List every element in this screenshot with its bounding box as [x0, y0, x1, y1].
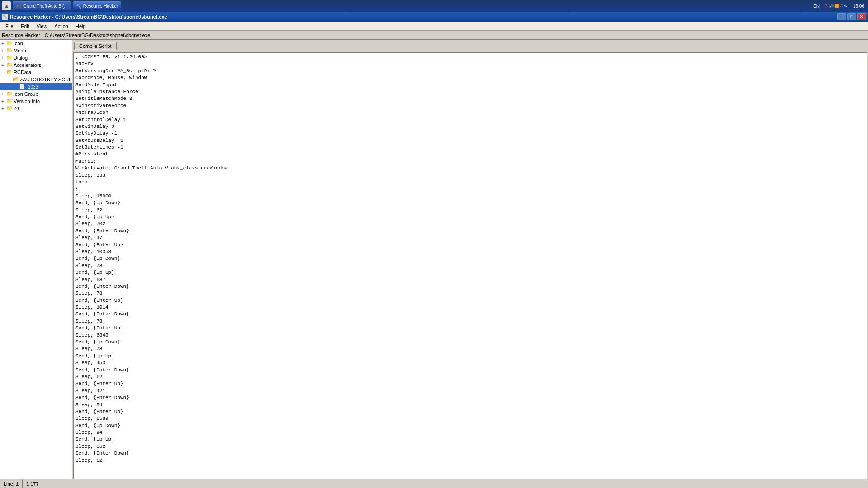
tree-item-1033[interactable]: 📄 1033: [0, 83, 72, 90]
menu-help[interactable]: Help: [72, 23, 90, 30]
toggle-24: +: [0, 106, 5, 111]
folder-rcdata-icon: 📂: [6, 69, 13, 75]
tree-item-versioninfo[interactable]: + 📁 Version Info: [0, 98, 72, 105]
start-button[interactable]: ⊞: [2, 1, 11, 10]
tree-item-icon[interactable]: + 📁 Icon: [0, 40, 72, 47]
tree-label-icongroup: Icon Group: [14, 91, 38, 97]
toggle-rcdata: -: [0, 70, 5, 75]
clock: 13:06: [851, 4, 866, 9]
folder-versioninfo-icon: 📁: [6, 98, 13, 104]
reshacker-label: Resource Hacker: [83, 4, 118, 9]
tree-item-menu[interactable]: + 📁 Menu: [0, 47, 72, 54]
toggle-icongroup: +: [0, 91, 5, 97]
tree-item-dialog[interactable]: + 📁 Dialog: [0, 54, 72, 61]
toggle-accelerators: +: [0, 62, 5, 68]
status-line: Line: 1: [0, 479, 23, 488]
tree-label-ahk: >AUTOHOTKEY SCRIPT<: [20, 77, 72, 82]
folder-accel-icon: 📁: [6, 62, 13, 68]
maximize-button[interactable]: □: [847, 13, 856, 20]
right-panel: Compile Script ; <COMPILER: v1.1.24.00> …: [72, 40, 868, 479]
taskbar-btn-reshacker[interactable]: 🔧 Resource Hacker: [73, 1, 121, 10]
main-area: + 📁 Icon + 📁 Menu + 📁 Dialog + 📁 Acceler…: [0, 40, 868, 479]
tray-icons: ❓ 🔊 📶 🛡 ⚙: [823, 4, 848, 8]
tree-item-icongroup[interactable]: + 📁 Icon Group: [0, 90, 72, 98]
taskbar-btn-gta[interactable]: 🎮 Grand Theft Auto 5 (...: [13, 1, 71, 10]
badge-1033: 1033: [26, 84, 40, 89]
menubar: File Edit View Action Help: [0, 22, 868, 31]
folder-menu-icon: 📁: [6, 47, 13, 54]
language-indicator: EN: [813, 4, 820, 9]
toggle-versioninfo: +: [0, 99, 5, 104]
close-button[interactable]: ✕: [857, 13, 866, 20]
titlebar-title: Resource Hacker - C:\Users\StreamBG\Desk…: [10, 14, 167, 19]
toggle-ahk: -: [6, 77, 12, 82]
tree-label-accelerators: Accelerators: [14, 62, 41, 68]
position-label: 1 177: [26, 481, 39, 487]
code-editor[interactable]: ; <COMPILER: v1.1.24.00> #NoEnv SetWorki…: [73, 52, 867, 479]
file-1033-icon: 📄: [19, 84, 25, 90]
titlebar: 🔧 Resource Hacker - C:\Users\StreamBG\De…: [0, 12, 868, 22]
menu-action[interactable]: Action: [51, 23, 72, 30]
folder-icongroup-icon: 📁: [6, 91, 13, 97]
gta-icon: 🎮: [16, 4, 21, 9]
tree-label-versioninfo: Version Info: [14, 99, 40, 104]
tree-label-icon: Icon: [14, 41, 23, 46]
taskbar-right: EN ❓ 🔊 📶 🛡 ⚙ 13:06: [813, 4, 866, 9]
folder-ahk-icon: 📂: [13, 76, 19, 83]
toggle-1033: [13, 84, 18, 89]
addressbar: Resource Hacker - C:\Users\StreamBG\Desk…: [0, 31, 868, 40]
tree-label-menu: Menu: [14, 48, 26, 53]
minimize-button[interactable]: —: [837, 13, 846, 20]
tree-item-rcdata[interactable]: - 📂 RCData: [0, 69, 72, 76]
tree-panel: + 📁 Icon + 📁 Menu + 📁 Dialog + 📁 Acceler…: [0, 40, 72, 479]
toggle-dialog: +: [0, 55, 5, 61]
statusbar: Line: 1 1 177: [0, 479, 868, 488]
tree-label-24: 24: [14, 106, 19, 111]
toggle-icon: +: [0, 41, 5, 46]
window-controls: — □ ✕: [837, 13, 866, 20]
address-text: Resource Hacker - C:\Users\StreamBG\Desk…: [2, 33, 150, 38]
reshacker-icon: 🔧: [76, 4, 81, 9]
status-position: 1 177: [23, 479, 42, 488]
app-icon: 🔧: [2, 14, 8, 20]
tree-label-dialog: Dialog: [14, 55, 28, 61]
tree-item-accelerators[interactable]: + 📁 Accelerators: [0, 61, 72, 69]
folder-dialog-icon: 📁: [6, 55, 13, 61]
tree-item-ahk[interactable]: - 📂 >AUTOHOTKEY SCRIPT<: [0, 76, 72, 83]
taskbar: ⊞ 🎮 Grand Theft Auto 5 (... 🔧 Resource H…: [0, 0, 868, 12]
compile-button[interactable]: Compile Script: [74, 42, 117, 50]
gta-label: Grand Theft Auto 5 (...: [23, 4, 68, 9]
tree-item-24[interactable]: + 📁 24: [0, 105, 72, 112]
windows-icon: ⊞: [5, 4, 8, 9]
toggle-menu: +: [0, 48, 5, 53]
toolbar-area: Compile Script: [72, 40, 868, 52]
folder-icon: 📁: [6, 40, 13, 47]
tree-label-rcdata: RCData: [14, 70, 31, 75]
menu-view[interactable]: View: [33, 23, 51, 30]
menu-edit[interactable]: Edit: [17, 23, 33, 30]
line-label: Line: 1: [4, 481, 19, 487]
menu-file[interactable]: File: [2, 23, 17, 30]
folder-24-icon: 📁: [6, 105, 13, 112]
